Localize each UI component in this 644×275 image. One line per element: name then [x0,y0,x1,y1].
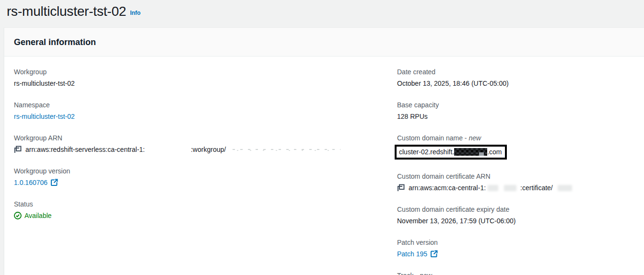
patch-version-link[interactable]: Patch 195 [397,249,427,259]
panel-title: General information [14,37,632,47]
namespace-link[interactable]: rs-multicluster-tst-02 [14,112,75,121]
left-column: Workgroup rs-multicluster-tst-02 Namespa… [14,67,397,275]
cert-arn-mid: :certificate/ [520,183,553,193]
field-date-created: Date created October 13, 2025, 18:46 (UT… [397,67,635,88]
date-created-value: October 13, 2025, 18:46 (UTC-05:00) [397,79,635,88]
field-base-capacity: Base capacity 128 RPUs [397,100,635,121]
field-workgroup: Workgroup rs-multicluster-tst-02 [14,67,397,88]
panel-body: Workgroup rs-multicluster-tst-02 Namespa… [4,57,644,275]
copy-icon[interactable] [397,184,405,192]
cert-expiry-label: Custom domain certificate expiry date [397,205,635,214]
field-track: Track - new Current [397,271,635,275]
base-capacity-value: 128 RPUs [397,112,635,121]
workgroup-arn-id-redacted [233,148,340,151]
custom-domain-prefix: cluster-02.redshift. [399,148,454,156]
right-column: Date created October 13, 2025, 18:46 (UT… [397,67,635,275]
namespace-label: Namespace [14,100,397,110]
page-header: rs-multicluster-tst-02 Info [0,0,644,19]
cert-arn-account-redacted-2 [504,185,516,191]
field-custom-domain-cert-arn: Custom domain certificate ARN arn:aws:ac… [397,172,635,193]
workgroup-arn-mid: :workgroup/ [191,145,226,154]
workgroup-arn-account-redacted [145,146,191,153]
track-label: Track - new [397,271,635,275]
status-value: Available [24,211,52,220]
new-badge: new [420,272,432,275]
info-link[interactable]: Info [130,10,141,16]
field-custom-domain-name: Custom domain name - new cluster-02.reds… [397,133,635,160]
new-badge: new [468,134,481,142]
workgroup-arn-prefix: arn:aws:redshift-serverless:ca-central-1… [25,145,145,154]
workgroup-label: Workgroup [14,67,397,77]
custom-domain-name-highlight: cluster-02.redshift..com [395,145,507,160]
workgroup-value: rs-multicluster-tst-02 [14,79,397,88]
field-cert-expiry: Custom domain certificate expiry date No… [397,205,635,226]
copy-icon[interactable] [14,146,22,153]
field-workgroup-version: Workgroup version 1.0.160706 [14,166,397,187]
status-label: Status [14,199,397,209]
cert-arn-label: Custom domain certificate ARN [397,172,635,181]
cert-arn-id-redacted [558,185,572,191]
base-capacity-label: Base capacity [397,100,635,110]
patch-version-label: Patch version [397,238,635,247]
field-patch-version: Patch version Patch 195 [397,238,635,259]
panel-header: General information [4,28,644,57]
custom-domain-name-label: Custom domain name - new [397,133,635,143]
custom-domain-suffix: .com [487,148,502,156]
cert-arn-prefix: arn:aws:acm:ca-central-1: [409,183,486,193]
cert-arn-account-redacted-1 [488,185,498,191]
date-created-label: Date created [397,67,635,77]
field-workgroup-arn: Workgroup ARN arn:aws:redshift-serverles… [14,133,397,154]
field-status: Status Available [14,199,397,220]
external-link-icon[interactable] [50,179,58,186]
status-available-icon [14,212,22,219]
workgroup-version-label: Workgroup version [14,166,397,176]
workgroup-version-link[interactable]: 1.0.160706 [14,178,47,187]
custom-domain-redacted [454,148,487,156]
field-namespace: Namespace rs-multicluster-tst-02 [14,100,397,121]
workgroup-arn-label: Workgroup ARN [14,133,397,143]
general-information-panel: General information Workgroup rs-multicl… [4,27,644,275]
cert-expiry-value: November 13, 2026, 17:59 (UTC-06:00) [397,216,635,226]
external-link-icon[interactable] [430,250,438,258]
page-title: rs-multicluster-tst-02 [7,4,126,19]
